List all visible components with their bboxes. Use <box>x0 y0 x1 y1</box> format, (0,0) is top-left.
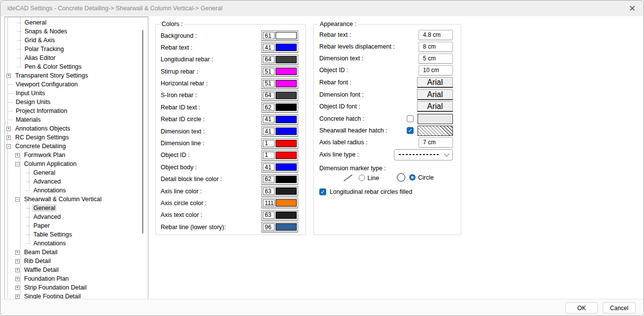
expand-icon[interactable]: + <box>6 135 11 140</box>
tree-item[interactable]: Snaps & Nodes <box>5 27 148 36</box>
color-picker-control[interactable]: 41 <box>261 162 298 172</box>
color-swatch[interactable] <box>276 223 297 231</box>
concrete-hatch-swatch[interactable] <box>418 114 453 124</box>
color-swatch[interactable] <box>276 152 297 159</box>
expand-icon[interactable]: + <box>15 286 20 290</box>
tree-item[interactable]: +Foundation Plan <box>5 274 148 283</box>
tree-item[interactable]: Design Units <box>5 98 148 106</box>
tree-item[interactable]: General <box>5 18 148 27</box>
tree-item[interactable]: +RC Design Settings <box>5 133 148 142</box>
tree-item[interactable]: Materials <box>5 115 148 124</box>
tree-item[interactable]: Viewport Configuration <box>5 80 148 89</box>
expand-icon[interactable]: + <box>15 294 20 299</box>
color-index-input[interactable]: 41 <box>263 116 275 123</box>
color-swatch[interactable] <box>276 176 297 183</box>
color-index-input[interactable]: 1 <box>263 152 275 159</box>
collapse-icon[interactable]: − <box>15 197 20 202</box>
tree-item[interactable]: Paper <box>5 221 148 230</box>
collapse-icon[interactable]: − <box>6 144 11 149</box>
object-id-font-button[interactable]: Arial <box>417 101 453 112</box>
color-picker-control[interactable]: 96 <box>261 222 298 232</box>
color-picker-control[interactable]: 111 <box>261 198 298 208</box>
color-index-input[interactable]: 62 <box>263 176 275 183</box>
color-index-input[interactable]: 63 <box>263 187 275 195</box>
color-swatch[interactable] <box>276 68 297 75</box>
line-radio[interactable] <box>359 175 365 181</box>
color-picker-control[interactable]: 62 <box>261 102 298 112</box>
rebar-levels-displacement-input[interactable]: 8 cm <box>419 42 453 52</box>
color-index-input[interactable]: 41 <box>263 44 275 51</box>
color-picker-control[interactable]: 64 <box>261 90 298 101</box>
tree-item[interactable]: General <box>5 168 148 177</box>
tree-item[interactable]: +Rib Detail <box>5 257 148 265</box>
tree-item[interactable]: General <box>5 204 148 212</box>
expand-icon[interactable]: + <box>6 74 11 78</box>
color-picker-control[interactable]: 51 <box>261 66 298 77</box>
tree-item[interactable]: −Column Application <box>5 159 148 168</box>
color-swatch[interactable] <box>276 187 297 195</box>
color-picker-control[interactable]: 62 <box>261 174 298 184</box>
color-picker-control[interactable]: 63 <box>261 210 298 220</box>
expand-icon[interactable]: + <box>15 268 20 272</box>
tree-scrollbar-thumb[interactable] <box>142 30 143 234</box>
expand-icon[interactable]: + <box>15 153 20 158</box>
rebar-text-input[interactable]: 4.8 cm <box>419 30 453 40</box>
color-index-input[interactable]: 96 <box>263 223 275 231</box>
axis-line-type-dropdown[interactable] <box>394 149 453 160</box>
expand-icon[interactable]: + <box>6 127 11 131</box>
color-swatch[interactable] <box>276 44 297 51</box>
expand-icon[interactable]: + <box>15 277 20 281</box>
color-picker-control[interactable]: 51 <box>261 79 298 89</box>
color-swatch[interactable] <box>276 80 297 87</box>
longitudinal-rebar-circles-filled-checkbox[interactable] <box>319 188 326 195</box>
color-swatch[interactable] <box>276 56 297 63</box>
tree-item[interactable]: +Waffle Detail <box>5 265 148 274</box>
color-swatch[interactable] <box>276 199 297 207</box>
axis-label-radius-input[interactable]: 7 cm <box>419 137 453 148</box>
rebar-font-button[interactable]: Arial <box>417 77 453 88</box>
color-index-input[interactable]: 63 <box>263 211 275 219</box>
tree-item[interactable]: Alias Editor <box>5 53 148 62</box>
color-picker-control[interactable]: 61 <box>261 30 298 41</box>
color-picker-control[interactable]: 41 <box>261 126 298 136</box>
collapse-icon[interactable]: − <box>15 162 20 166</box>
color-swatch[interactable] <box>276 163 297 171</box>
color-swatch[interactable] <box>276 211 297 219</box>
color-index-input[interactable]: 64 <box>263 92 275 99</box>
tree-item[interactable]: Grid & Axis <box>5 36 148 45</box>
color-picker-control[interactable]: 64 <box>261 54 298 65</box>
color-index-input[interactable]: 111 <box>263 199 275 207</box>
circle-radio[interactable] <box>409 174 416 181</box>
tree-item[interactable]: −Concrete Detailing <box>5 142 148 151</box>
tree-item[interactable]: Annotations <box>5 186 148 195</box>
tree-item[interactable]: Advanced <box>5 177 148 186</box>
tree-item[interactable]: Advanced <box>5 212 148 221</box>
tree-item[interactable]: −Shearwall & Column Vertical <box>5 195 148 204</box>
color-index-input[interactable]: 41 <box>263 128 275 135</box>
color-index-input[interactable]: 64 <box>263 56 275 63</box>
color-index-input[interactable]: 62 <box>263 104 275 111</box>
color-swatch[interactable] <box>276 92 297 99</box>
shearwall-header-hatch-checkbox[interactable] <box>407 127 414 134</box>
color-index-input[interactable]: 61 <box>263 32 275 39</box>
color-index-input[interactable]: 1 <box>263 140 275 147</box>
tree-item[interactable]: +Annotations Objects <box>5 124 148 133</box>
dimension-text-input[interactable]: 5 cm <box>419 53 453 64</box>
tree-item[interactable]: +Strip Foundation Detail <box>5 283 148 292</box>
color-index-input[interactable]: 51 <box>263 68 275 75</box>
object-id-input[interactable]: 10 cm <box>419 65 453 76</box>
tree-item[interactable]: Polar Tracking <box>5 45 148 53</box>
cancel-button[interactable]: Cancel <box>603 302 636 314</box>
expand-icon[interactable]: + <box>15 259 20 263</box>
color-swatch[interactable] <box>276 140 297 147</box>
color-index-input[interactable]: 41 <box>263 163 275 171</box>
tree-item[interactable]: +Beam Detail <box>5 248 148 257</box>
color-swatch[interactable] <box>276 128 297 135</box>
color-picker-control[interactable]: 1 <box>261 138 298 149</box>
color-picker-control[interactable]: 1 <box>261 150 298 160</box>
color-swatch[interactable] <box>276 32 297 39</box>
marker-option-line[interactable]: Line <box>342 173 379 183</box>
tree-item[interactable]: Input Units <box>5 89 148 98</box>
ok-button[interactable]: OK <box>565 302 598 314</box>
marker-option-circle[interactable]: Circle <box>397 173 434 182</box>
